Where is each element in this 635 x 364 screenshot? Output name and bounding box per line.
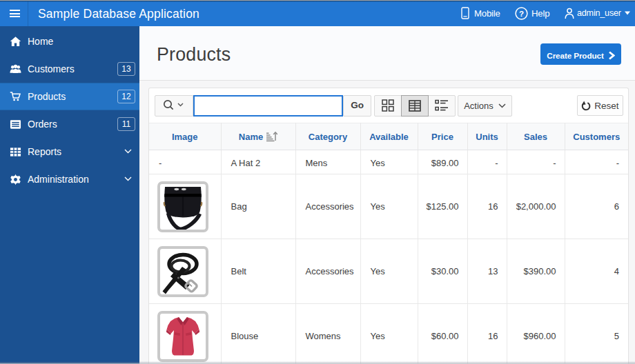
svg-text:?: ? — [519, 9, 524, 17]
